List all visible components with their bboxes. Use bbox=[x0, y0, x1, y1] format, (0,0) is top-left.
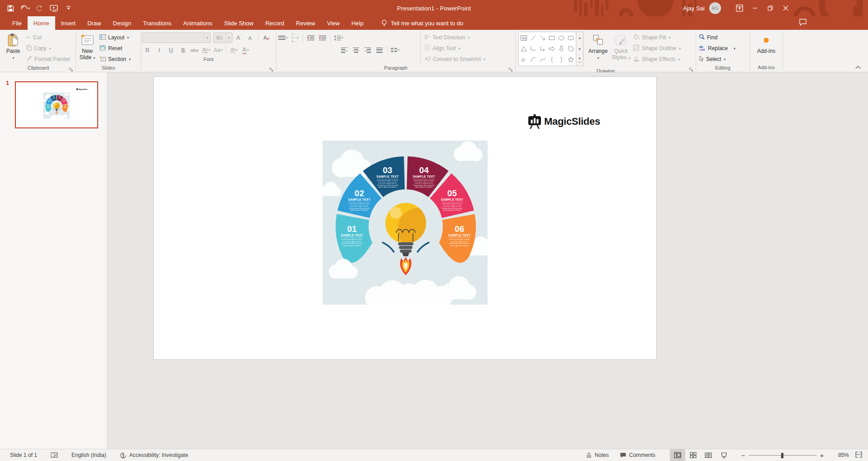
text-highlight-button[interactable]: ab▾ bbox=[228, 45, 239, 56]
shape-elbow-connector-icon[interactable] bbox=[529, 43, 538, 54]
new-slide-dropdown-icon[interactable]: ▾ bbox=[94, 56, 95, 60]
arrange-button[interactable]: Arrange▾ bbox=[585, 31, 611, 68]
align-center-button[interactable] bbox=[351, 45, 361, 56]
zoom-percentage[interactable]: 85% bbox=[829, 452, 849, 458]
shape-arc-icon[interactable] bbox=[529, 54, 538, 65]
columns-button[interactable]: ▾ bbox=[390, 45, 401, 56]
decrease-font-size-button[interactable]: Aˇ bbox=[245, 33, 256, 43]
paragraph-dialog-launcher[interactable] bbox=[508, 66, 514, 71]
shape-arrow-icon[interactable] bbox=[538, 33, 547, 43]
tab-file[interactable]: File bbox=[6, 16, 28, 30]
ribbon-display-options-button[interactable] bbox=[732, 0, 747, 16]
section-button[interactable]: Section▾ bbox=[98, 54, 133, 65]
font-size-dropdown-icon[interactable]: ▾ bbox=[226, 33, 232, 42]
font-name-select[interactable]: ▾ bbox=[142, 33, 211, 43]
underline-button[interactable]: U bbox=[166, 45, 176, 56]
layout-button[interactable]: Layout▾ bbox=[98, 32, 133, 43]
paste-dropdown-icon[interactable]: ▾ bbox=[12, 56, 14, 60]
paste-button[interactable]: Paste▾ bbox=[2, 31, 24, 65]
font-name-dropdown-icon[interactable]: ▾ bbox=[204, 33, 210, 42]
strikethrough-button[interactable]: abc bbox=[189, 45, 200, 56]
addins-button[interactable]: Add-ins bbox=[753, 31, 780, 64]
tab-transitions[interactable]: Transitions bbox=[137, 16, 177, 30]
tab-review[interactable]: Review bbox=[290, 16, 321, 30]
reading-view-button[interactable] bbox=[701, 449, 716, 461]
italic-button[interactable]: I bbox=[154, 45, 165, 56]
decrease-indent-button[interactable] bbox=[305, 33, 316, 43]
shape-text-box-icon[interactable]: A bbox=[519, 33, 529, 43]
tab-home[interactable]: Home bbox=[28, 16, 55, 30]
slideshow-view-button[interactable] bbox=[716, 449, 731, 461]
shapes-scroll-down-button[interactable]: ▼ bbox=[576, 43, 583, 55]
character-spacing-button[interactable]: AV▾ bbox=[201, 45, 212, 56]
notes-button[interactable]: Notes bbox=[580, 449, 614, 461]
shape-fill-button[interactable]: Shape Fill▾ bbox=[631, 32, 683, 43]
zoom-out-button[interactable]: − bbox=[738, 449, 749, 461]
font-dialog-launcher[interactable] bbox=[269, 66, 275, 71]
normal-view-button[interactable] bbox=[670, 449, 685, 461]
comments-bubble-icon[interactable] bbox=[799, 19, 807, 27]
align-text-button[interactable]: Align Text▾ bbox=[422, 43, 487, 54]
shape-scribble-icon[interactable] bbox=[519, 54, 529, 65]
shape-effects-button[interactable]: Shape Effects▾ bbox=[631, 54, 683, 65]
editing-canvas[interactable]: 01SAMPLE TEXTLorem ipsum dolor sit amet,… bbox=[107, 72, 868, 449]
increase-font-size-button[interactable]: Aˆ bbox=[233, 33, 244, 43]
increase-indent-button[interactable] bbox=[317, 33, 328, 43]
drawing-dialog-launcher[interactable] bbox=[689, 66, 694, 71]
shape-right-arrow-icon[interactable] bbox=[547, 43, 557, 54]
accessibility-status[interactable]: Accessibility: Investigate bbox=[120, 452, 188, 459]
slide-thumbnail[interactable]: 01SAMPLE TEXTLorem ipsum dolor sit amet,… bbox=[15, 81, 98, 128]
tab-view[interactable]: View bbox=[321, 16, 346, 30]
zoom-slider-thumb[interactable] bbox=[781, 453, 783, 458]
tab-insert[interactable]: Insert bbox=[55, 16, 82, 30]
shape-rounded-rectangle-icon[interactable] bbox=[566, 33, 575, 43]
cut-button[interactable]: ✂Cut bbox=[24, 32, 72, 43]
close-button[interactable] bbox=[778, 0, 793, 16]
tab-animations[interactable]: Animations bbox=[177, 16, 218, 30]
align-left-button[interactable] bbox=[339, 45, 350, 56]
language-status[interactable]: English (India) bbox=[71, 452, 106, 458]
tab-help[interactable]: Help bbox=[346, 16, 370, 30]
copy-button[interactable]: Copy▾ bbox=[24, 43, 72, 54]
clipboard-dialog-launcher[interactable] bbox=[69, 66, 74, 71]
shape-rectangle-icon[interactable] bbox=[547, 33, 557, 43]
shape-star-icon[interactable] bbox=[566, 54, 575, 65]
clear-formatting-button[interactable]: A bbox=[261, 33, 272, 43]
zoom-slider[interactable] bbox=[749, 449, 816, 461]
slide-sorter-view-button[interactable] bbox=[685, 449, 701, 461]
font-color-button[interactable]: A▾ bbox=[240, 45, 251, 56]
shape-outline-button[interactable]: Shape Outline▾ bbox=[631, 43, 683, 54]
tell-me-box[interactable]: Tell me what you want to do bbox=[381, 16, 463, 30]
line-spacing-button[interactable]: ▾ bbox=[333, 33, 344, 43]
reset-button[interactable]: Reset bbox=[98, 43, 133, 54]
restore-button[interactable] bbox=[763, 0, 778, 16]
tab-record[interactable]: Record bbox=[259, 16, 290, 30]
slide-counter[interactable]: Slide 1 of 1 bbox=[10, 452, 37, 458]
fit-slide-to-window-button[interactable] bbox=[853, 449, 864, 461]
tab-draw[interactable]: Draw bbox=[81, 16, 107, 30]
proofing-status[interactable] bbox=[51, 452, 58, 458]
text-shadow-button[interactable]: S bbox=[177, 45, 188, 56]
format-painter-button[interactable]: Format Painter bbox=[24, 54, 72, 65]
collapse-ribbon-button[interactable] bbox=[855, 64, 861, 71]
numbering-button[interactable]: 1—2—3—▾ bbox=[289, 33, 300, 43]
shape-line-icon[interactable] bbox=[529, 33, 538, 43]
shape-left-brace-icon[interactable] bbox=[547, 54, 557, 65]
shape-oval-icon[interactable] bbox=[557, 33, 566, 43]
find-button[interactable]: Find bbox=[697, 32, 737, 43]
quick-styles-button[interactable]: QuickStyles ▾ bbox=[611, 31, 631, 68]
shapes-scroll-up-button[interactable]: ▲ bbox=[576, 32, 583, 43]
shape-down-arrow-icon[interactable] bbox=[557, 43, 566, 54]
bullets-button[interactable]: ▾ bbox=[277, 33, 289, 43]
shape-right-brace-icon[interactable] bbox=[557, 54, 566, 65]
shapes-more-button[interactable]: ▼― bbox=[576, 54, 583, 66]
shape-triangle-icon[interactable] bbox=[519, 43, 529, 54]
shape-elbow-arrow-connector-icon[interactable] bbox=[538, 43, 547, 54]
zoom-in-button[interactable]: + bbox=[816, 449, 827, 461]
text-direction-button[interactable]: A Text Direction▾ bbox=[422, 32, 487, 43]
justify-button[interactable] bbox=[374, 45, 385, 56]
replace-dropdown-icon[interactable]: ▾ bbox=[734, 47, 735, 51]
new-slide-button[interactable]: NewSlide ▾ bbox=[77, 31, 98, 65]
account-user-name[interactable]: Ajay Sai bbox=[683, 5, 705, 12]
slide[interactable]: 01SAMPLE TEXTLorem ipsum dolor sit amet,… bbox=[154, 77, 656, 359]
